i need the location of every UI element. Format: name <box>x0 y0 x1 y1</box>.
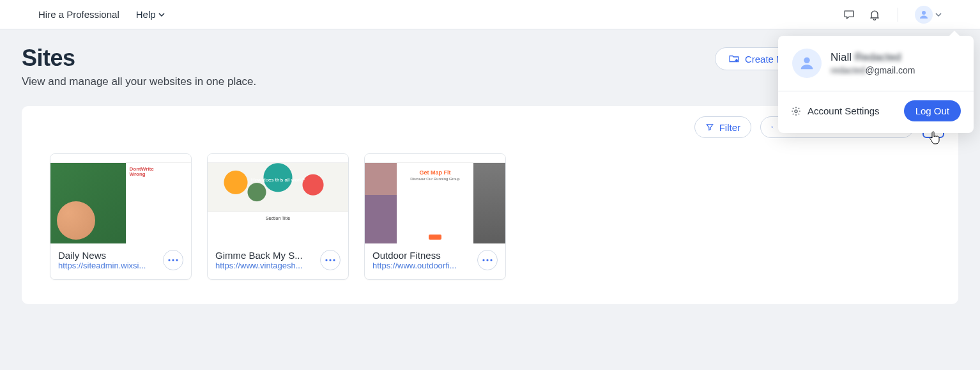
divider <box>898 8 898 22</box>
site-url: https://www.outdoorfi... <box>372 261 472 270</box>
dots-icon <box>325 259 335 261</box>
svg-point-12 <box>482 259 484 261</box>
avatar-icon <box>915 6 933 24</box>
help-menu[interactable]: Help <box>136 9 165 20</box>
logout-button[interactable]: Log Out <box>904 100 961 121</box>
svg-point-11 <box>333 259 335 261</box>
user-name: Niall Redacted <box>831 51 915 64</box>
svg-point-0 <box>922 11 926 15</box>
svg-point-13 <box>486 259 488 261</box>
svg-point-10 <box>329 259 331 261</box>
user-menu: Niall Redacted redacted@gmail.com Accoun… <box>778 36 974 133</box>
folder-plus-icon <box>728 53 740 65</box>
site-title: Daily News <box>58 250 158 261</box>
sites-panel: Filter DontWrite Wrong <box>22 106 958 304</box>
account-settings-label: Account Settings <box>808 105 880 116</box>
filter-button[interactable]: Filter <box>694 116 751 138</box>
account-settings-link[interactable]: Account Settings <box>791 105 880 116</box>
dots-icon <box>168 259 178 261</box>
site-card[interactable]: PREMIUM How does this all work? Section … <box>207 153 349 280</box>
site-title: Gimme Back My S... <box>215 250 315 261</box>
avatar-menu-trigger[interactable] <box>915 6 942 24</box>
site-actions-button[interactable] <box>477 250 498 270</box>
chevron-down-icon <box>158 12 165 18</box>
svg-point-15 <box>804 58 809 63</box>
site-thumbnail: DontWrite Wrong <box>50 154 191 243</box>
svg-point-9 <box>325 259 327 261</box>
site-url: https://siteadmin.wixsi... <box>58 261 158 270</box>
chevron-down-icon <box>935 12 942 18</box>
user-email: redacted@gmail.com <box>831 65 915 75</box>
top-nav: Hire a Professional Help <box>0 0 980 29</box>
svg-point-1 <box>772 127 773 128</box>
search-icon <box>771 123 774 132</box>
dots-icon <box>482 259 493 261</box>
site-card[interactable]: PREMIUM Get Map Fit Discover Our Running… <box>364 153 506 280</box>
site-card[interactable]: DontWrite Wrong Daily News https://sitea… <box>50 153 192 280</box>
site-url: https://www.vintagesh... <box>215 261 315 270</box>
hire-professional-link[interactable]: Hire a Professional <box>38 9 119 20</box>
site-thumbnail: PREMIUM How does this all work? Section … <box>208 154 348 243</box>
bell-icon[interactable] <box>868 8 881 21</box>
page-subtitle: View and manage all your websites in one… <box>22 75 256 88</box>
page-title: Sites <box>22 45 256 72</box>
site-cards-grid: DontWrite Wrong Daily News https://sitea… <box>22 148 958 285</box>
chat-icon[interactable] <box>843 8 855 21</box>
site-actions-button[interactable] <box>163 250 183 270</box>
svg-point-6 <box>168 259 170 261</box>
svg-point-7 <box>172 259 174 261</box>
help-label: Help <box>136 9 156 20</box>
gear-icon <box>791 106 801 116</box>
svg-point-8 <box>176 259 178 261</box>
avatar-icon <box>792 49 822 78</box>
filter-label: Filter <box>719 122 740 133</box>
site-thumbnail: PREMIUM Get Map Fit Discover Our Running… <box>365 154 505 243</box>
site-title: Outdoor Fitness <box>372 250 472 261</box>
filter-icon <box>705 123 714 132</box>
svg-point-16 <box>795 110 797 112</box>
site-actions-button[interactable] <box>320 250 341 270</box>
svg-point-14 <box>490 259 492 261</box>
